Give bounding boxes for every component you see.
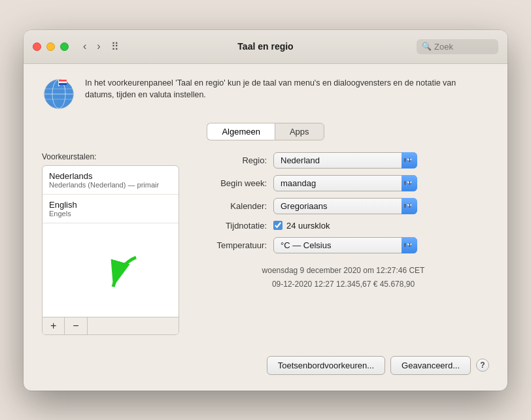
advanced-button[interactable]: Geavanceerd... <box>390 356 471 375</box>
help-button[interactable]: ? <box>476 359 489 372</box>
tijdnotatie-row: Tijdnotatie: 24 uursklok <box>195 221 489 231</box>
traffic-lights <box>33 42 69 51</box>
remove-language-button[interactable]: − <box>65 317 87 334</box>
kalender-select-wrapper: Gregoriaans <box>273 198 417 214</box>
kalender-label: Kalender: <box>195 201 267 211</box>
content-area: In het voorkeurenpaneel 'Taal en regio' … <box>24 64 507 391</box>
right-panel: Regio: Nederland Begin week: maandag <box>195 152 489 292</box>
tijdnotatie-group: 24 uursklok <box>273 221 330 231</box>
main-layout: Voorkeurstalen: Nederlands Nederlands (N… <box>42 152 489 335</box>
regio-row: Regio: Nederland <box>195 152 489 169</box>
tijdnotatie-checkbox-label: 24 uursklok <box>286 221 330 231</box>
search-bar[interactable]: 🔍 <box>417 39 498 54</box>
regio-label: Regio: <box>195 155 267 165</box>
language-list: Nederlands Nederlands (Nederland) — prim… <box>42 165 179 335</box>
temperatuur-label: Temperatuur: <box>195 240 267 250</box>
preview-line2: 09-12-2020 12:27 12.345,67 € 45.678,90 <box>197 278 489 292</box>
regio-select-wrapper: Nederland <box>273 152 417 169</box>
begin-week-select-wrapper: maandag <box>273 175 417 191</box>
add-language-button[interactable]: + <box>43 317 65 334</box>
arrow-indicator <box>100 251 152 306</box>
list-item[interactable]: English Engels <box>43 195 179 223</box>
language-list-container: Voorkeurstalen: Nederlands Nederlands (N… <box>42 152 179 335</box>
tab-algemeen[interactable]: Algemeen <box>207 123 275 140</box>
preview-line1: woensdag 9 december 2020 om 12:27:46 CET <box>197 264 489 278</box>
minimize-button[interactable] <box>46 42 55 51</box>
temperatuur-row: Temperatuur: °C — Celsius <box>195 237 489 253</box>
info-description: In het voorkeurenpaneel 'Taal en regio' … <box>85 77 464 102</box>
tab-bar: Algemeen Apps <box>42 123 489 140</box>
language-sub: Nederlands (Nederland) — primair <box>49 181 172 189</box>
svg-rect-9 <box>59 83 67 85</box>
temperatuur-select[interactable]: °C — Celsius <box>273 237 417 253</box>
list-item[interactable]: Nederlands Nederlands (Nederland) — prim… <box>43 166 179 195</box>
search-input[interactable] <box>434 42 493 52</box>
temperatuur-select-wrapper: °C — Celsius <box>273 237 417 253</box>
close-button[interactable] <box>33 42 41 51</box>
language-sub: Engels <box>49 210 172 218</box>
info-section: In het voorkeurenpaneel 'Taal en regio' … <box>42 77 489 111</box>
globe-icon <box>42 77 76 111</box>
nav-buttons: ‹ › <box>79 39 105 54</box>
list-controls: + − <box>43 317 179 334</box>
forward-button[interactable]: › <box>93 39 104 54</box>
main-window: ‹ › ⠿ Taal en regio 🔍 <box>24 30 507 391</box>
kalender-row: Kalender: Gregoriaans <box>195 198 489 214</box>
svg-rect-8 <box>59 81 67 83</box>
tab-apps[interactable]: Apps <box>275 123 324 140</box>
keyboard-preferences-button[interactable]: Toetsenbordvoorkeuren... <box>267 356 385 375</box>
begin-week-label: Begin week: <box>195 178 267 188</box>
green-arrow-icon <box>100 251 152 303</box>
regio-select[interactable]: Nederland <box>273 152 417 169</box>
kalender-select[interactable]: Gregoriaans <box>273 198 417 214</box>
begin-week-select[interactable]: maandag <box>273 175 417 191</box>
language-list-label: Voorkeurstalen: <box>42 152 179 161</box>
language-options-button[interactable] <box>88 317 179 334</box>
begin-week-row: Begin week: maandag <box>195 175 489 191</box>
search-icon: 🔍 <box>422 42 432 51</box>
maximize-button[interactable] <box>60 42 69 51</box>
tijdnotatie-checkbox[interactable] <box>273 221 283 230</box>
language-name: Nederlands <box>49 171 172 181</box>
grid-icon[interactable]: ⠿ <box>111 40 119 53</box>
titlebar: ‹ › ⠿ Taal en regio 🔍 <box>24 30 507 64</box>
tijdnotatie-label: Tijdnotatie: <box>195 221 267 231</box>
bottom-bar: Toetsenbordvoorkeuren... Geavanceerd... … <box>42 348 489 375</box>
preview-section: woensdag 9 december 2020 om 12:27:46 CET… <box>195 264 489 292</box>
language-name: English <box>49 200 172 210</box>
window-title: Taal en regio <box>237 41 293 52</box>
back-button[interactable]: ‹ <box>79 39 90 54</box>
